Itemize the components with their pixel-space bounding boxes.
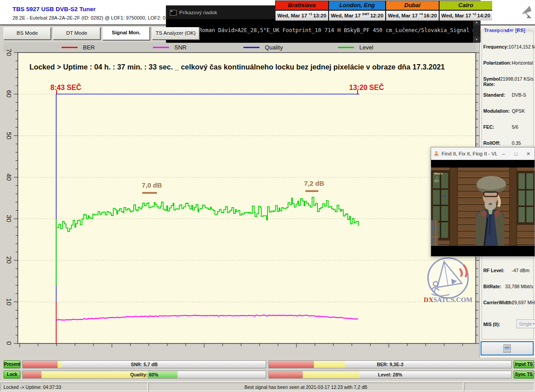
clock-utc-offset: +4 — [419, 12, 423, 16]
scroll-down-icon[interactable]: ▼ — [473, 37, 480, 43]
clock-time: 16:20 — [424, 13, 436, 18]
clock-cairo: Cairo Wed, Mar 17 +2 14:20 — [440, 1, 492, 20]
cmd-icon — [170, 10, 177, 16]
transponder-row-frequency: Frequency:10714,152 MHz — [483, 44, 533, 49]
vlc-window: Find It, Fix It, Flog It - VLC me... – □… — [431, 147, 535, 257]
progress-bar-level: Level: 28% — [268, 371, 512, 379]
transponder-row-rflevel: RF Level:-47 dBm — [483, 268, 533, 273]
tp-value: QPSK — [512, 108, 525, 114]
tp-label: CarrierWidth: — [483, 300, 512, 305]
mode-tabs: BS ModeDT ModeSignal Mon.TS Analyzer (OK… — [4, 27, 202, 40]
legend-label: Level — [359, 44, 373, 51]
clock-utc-offset: +2 — [473, 12, 477, 16]
progress-bar-quality: Quality: 60% — [22, 371, 266, 379]
legend-swatch — [243, 47, 259, 48]
status-uptime: Locked -> Uptime: 04:37:33 — [0, 383, 148, 391]
uptime-annotation: Locked > Uptime : 04 h. : 37 min. : 33 s… — [29, 63, 445, 71]
tab-ts-analyzer-ok-[interactable]: TS Analyzer (OK) — [152, 27, 199, 40]
clock-utc-offset: GMT — [362, 12, 370, 16]
clock-time: 14:20 — [477, 13, 490, 18]
status-bar: Locked -> Uptime: 04:37:33 Best signal h… — [0, 381, 535, 392]
tp-label: Modulation: — [483, 108, 512, 114]
legend-swatch — [338, 47, 354, 48]
vlc-video-area[interactable]: More4 — [431, 160, 535, 256]
cmd-title: Príkazový riadok — [179, 10, 217, 15]
vlc-maximize-button[interactable]: □ — [510, 147, 522, 160]
cmd-body: C:\Users\Roman Dávid>A2E_28,5°E_UK Footp… — [166, 19, 480, 43]
clock-london-eng: London, Eng Wed, Mar 17 GMT 12:20 — [329, 1, 386, 20]
y-axis-label: 20 — [5, 255, 13, 265]
end-time-label: 13:20 SEČ — [349, 84, 384, 92]
clock-date: Wed, Mar 17 — [441, 13, 471, 18]
transponder-row-symbolrate: Symbol Rate:21998,017 KS/s — [483, 76, 533, 87]
legend-swatch — [153, 47, 169, 48]
indicator-button-present[interactable]: Present — [4, 360, 21, 368]
start-time-label: 8:43 SEČ — [50, 84, 81, 92]
cmd-command-line: C:\Users\Roman Dávid>A2E_28,5°E_UK Footp… — [170, 27, 470, 33]
app-title: TBS 5927 USB DVB-S2 Tuner — [12, 6, 96, 12]
bar-value-label: BER: 9,3E-3 — [269, 361, 511, 368]
clock-date: Wed, Mar 17 — [331, 13, 361, 18]
db-underline-1 — [142, 192, 157, 194]
legend-swatch — [62, 47, 78, 48]
mis-select[interactable]: Single ▼ — [516, 319, 535, 328]
transponder-row-fec: FEC:5/6 — [483, 124, 533, 130]
clock-city: Dubai — [386, 1, 439, 11]
db-annotation-2: 7,2 dB — [304, 180, 324, 187]
tp-value: 10714,152 MHz — [509, 44, 535, 49]
legend-label: BER — [83, 44, 95, 51]
bar-value-label: Level: 28% — [269, 371, 511, 378]
transponder-row-bitrate: BitRate:33,788 Mbit/s — [483, 284, 533, 289]
tab-bs-mode[interactable]: BS Mode — [4, 27, 51, 40]
tp-label: Symbol Rate: — [483, 76, 500, 87]
vlc-cone-icon — [434, 150, 439, 157]
tp-value: Horizontal — [512, 60, 533, 65]
bar-value-label: SNR: 5,7 dB — [23, 361, 266, 368]
clock-time: 13:20 — [313, 13, 326, 18]
dxsatcs-watermark: DXSATCS.COM — [423, 256, 475, 305]
watermark-dx: DX — [424, 296, 433, 303]
watermark-rest: SATCS.COM — [433, 296, 473, 303]
vlc-titlebar[interactable]: Find It, Fix It, Flog It - VLC me... – □… — [431, 147, 535, 160]
transponder-row-modulation: Modulation:QPSK — [483, 108, 533, 114]
list-icon — [503, 344, 511, 353]
y-axis-label: 10 — [5, 296, 13, 307]
clock-utc-offset: +1 — [309, 12, 313, 16]
y-axis-label: 60 — [5, 89, 13, 99]
vlc-close-button[interactable]: ✕ — [522, 147, 535, 160]
screen: TBS 5927 USB DVB-S2 Tuner 28.2E - Eutels… — [0, 0, 535, 392]
legend-item-snr: SNR — [153, 42, 186, 52]
tp-value: 33,788 Mbit/s — [505, 284, 533, 289]
indicator-button-sync-ts[interactable]: Sync TS — [514, 371, 534, 379]
tp-label: Standard: — [483, 92, 512, 98]
tab-signal-mon-[interactable]: Signal Mon. — [103, 27, 150, 40]
chart-legend: BERSNRQualityLevel — [4, 42, 476, 52]
mis-value: Single — [519, 321, 532, 327]
indicator-button-lock[interactable]: Lock — [4, 371, 21, 379]
y-axis-label: 70 — [5, 47, 13, 58]
svg-text:More: More — [434, 172, 443, 176]
legend-label: SNR — [174, 44, 186, 51]
vlc-window-title: Find It, Fix It, Flog It - VLC me... — [441, 151, 497, 156]
indicator-button-input-ts[interactable]: Input TS — [514, 360, 534, 368]
legend-item-ber: BER — [62, 42, 95, 52]
tab-dt-mode[interactable]: DT Mode — [53, 27, 100, 40]
transponder-row-carrierwidth: CarrierWidth:29,697 MHz — [483, 300, 533, 305]
cmd-scrollbar[interactable]: ▲ ▼ — [473, 19, 480, 43]
signal-chart — [18, 53, 476, 343]
clock-date: Wed, Mar 17 — [277, 13, 307, 18]
clock-city: London, Eng — [329, 1, 385, 11]
legend-label: Quality — [265, 44, 283, 51]
transponder-list-button[interactable] — [481, 341, 534, 355]
clock-bratislava: Bratislava Wed, Mar 17 +1 13:20 — [276, 1, 329, 20]
status-empty — [464, 383, 535, 391]
clock-date: Wed, Mar 17 — [388, 13, 418, 18]
y-axis-label: 40 — [5, 172, 13, 182]
svg-text:4: 4 — [436, 176, 438, 179]
tp-label: RF Level: — [483, 268, 512, 273]
satellite-dish-icon — [519, 4, 533, 20]
vlc-minimize-button[interactable]: – — [497, 147, 510, 160]
transponder-row-polarization: Polarization:Horizontal — [483, 60, 533, 65]
vlc-video-frame: More4 — [431, 167, 535, 246]
y-axis-label: 30 — [5, 213, 13, 224]
